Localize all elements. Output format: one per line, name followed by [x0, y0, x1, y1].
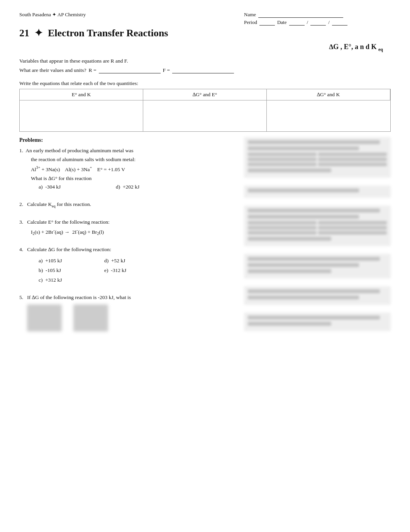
blurred-line — [248, 269, 331, 273]
blurred-line — [248, 316, 380, 320]
eq-body-1[interactable] — [20, 100, 143, 131]
problem-2-number: 2. — [19, 201, 23, 207]
blurred-line — [248, 209, 380, 212]
blurred-choice — [318, 226, 387, 229]
equations-label: Write the equations that relate each of … — [19, 80, 391, 87]
problem-4-choice-b: b) -105 kJ — [39, 266, 100, 275]
blurred-line — [248, 146, 359, 150]
equations-table: E° and K ∆G° and E° ∆G° and K — [19, 89, 391, 132]
date-field-month[interactable] — [289, 19, 305, 25]
blurred-line — [248, 168, 331, 172]
problem-4: 4. Calculate ∆G for the following reacti… — [19, 245, 236, 285]
f-label: F = — [163, 66, 170, 75]
problem-1-number: 1. — [19, 148, 23, 153]
period-date-line: Period Date / / — [244, 19, 391, 25]
f-value-field[interactable] — [172, 67, 234, 73]
name-line: Name — [244, 12, 391, 18]
eq-body-3[interactable] — [267, 100, 390, 131]
problem-5-number: 5. — [19, 294, 23, 300]
problem-4-line1: 4. Calculate ∆G for the following reacti… — [19, 245, 236, 254]
subtitle-right: ∆G , E°, a n d K eq — [19, 43, 383, 53]
right-blurred-5 — [244, 286, 391, 305]
problem-3: 3. Calculate E° for the following reacti… — [19, 218, 236, 237]
header: South Pasadena ✦ AP Chemistry Name Perio… — [19, 12, 391, 25]
main-content: Problems: 1. An early method of producin… — [19, 137, 391, 340]
blurred-choices-3 — [248, 221, 387, 235]
right-blurred-2 — [244, 185, 391, 198]
problem-5-image-1 — [27, 304, 62, 331]
name-period-area: Name Period Date / / — [244, 12, 391, 25]
blurred-choice — [318, 163, 387, 166]
title-text: Electron Transfer Reactions — [48, 27, 168, 39]
problem-4-choice-d: d) +52 kJ — [104, 257, 166, 265]
eq-header-1: E° and K — [20, 89, 143, 100]
blurred-line — [248, 257, 380, 261]
problem-1: 1. An early method of producing aluminum… — [19, 146, 236, 192]
variables-section: Variables that appear in these equations… — [19, 56, 391, 75]
problem-1-line2: the reaction of aluminum salts with sodi… — [31, 155, 236, 164]
page-title: 21 ✦ Electron Transfer Reactions — [19, 27, 391, 39]
title-number: 21 — [19, 27, 29, 39]
problem-1-choice-d: d) +202 kJ — [116, 183, 185, 192]
blurred-content-5 — [244, 286, 391, 305]
problem-5-image-2 — [73, 304, 108, 331]
date-field-day[interactable] — [310, 19, 326, 25]
problem-4-number: 4. — [19, 246, 23, 252]
problem-1-choice-a: a) -304 kJ — [39, 183, 108, 192]
blurred-content-4 — [244, 254, 391, 279]
blurred-line — [248, 263, 359, 267]
date-field-year[interactable] — [332, 19, 347, 25]
blurred-content-6 — [244, 313, 391, 331]
blurred-choice — [248, 221, 317, 224]
problem-4-choices: a) +105 kJ d) +52 kJ b) -105 kJ e) -312 … — [39, 257, 236, 285]
r-value-field[interactable] — [99, 67, 161, 73]
left-column: Problems: 1. An early method of producin… — [19, 137, 236, 340]
problem-1-line1: 1. An early method of producing aluminum… — [19, 146, 236, 155]
blurred-choice — [318, 231, 387, 235]
problem-2-sub: eq — [52, 204, 55, 208]
eq-body-2[interactable] — [143, 100, 267, 131]
problem-4-choice-e: e) -312 kJ — [104, 266, 166, 275]
variables-line: What are their values and units? R = F = — [19, 66, 391, 75]
variables-intro: Variables that appear in these equations… — [19, 56, 391, 66]
problem-1-reaction: Al3+ + 3Na(s) Al(s) + 3Na+ E° = +1.05 V — [31, 164, 236, 174]
right-blurred-6 — [244, 313, 391, 331]
subtitle-text: ∆G , E°, a n d K eq — [329, 43, 383, 51]
blurred-content-1 — [244, 137, 391, 178]
title-bullet: ✦ — [34, 27, 43, 39]
eq-header-2: ∆G° and E° — [143, 89, 267, 100]
problem-5-image-area — [27, 304, 236, 331]
problem-5-line1: 5. If ∆G of the following reaction is -2… — [19, 293, 236, 302]
r-label: R = — [89, 66, 97, 75]
variables-question: What are their values and units? — [19, 66, 86, 75]
right-column — [244, 137, 391, 340]
date-label: Date — [277, 19, 287, 25]
blurred-choice — [318, 158, 387, 161]
period-field[interactable] — [259, 19, 275, 25]
problem-4-choice-c: c) +312 kJ — [39, 276, 100, 285]
blurred-line — [248, 189, 359, 192]
blurred-choice — [248, 231, 317, 235]
name-label: Name — [244, 12, 256, 18]
problem-4-choice-a: a) +105 kJ — [39, 257, 100, 265]
blurred-choice — [318, 153, 387, 156]
blurred-line — [248, 215, 359, 219]
problem-1-question: What is ∆G° for this reaction — [31, 174, 236, 183]
equations-section: Write the equations that relate each of … — [19, 80, 391, 132]
problems-label: Problems: — [19, 137, 236, 143]
blurred-choices-1 — [248, 153, 387, 166]
blurred-choice — [248, 226, 317, 229]
problem-3-reaction: I2(s) + 2Br-(aq) → 2I-(aq) + Br2(l) — [31, 227, 236, 237]
date-separator1: / — [307, 19, 308, 25]
blurred-line — [248, 140, 380, 144]
blurred-choice — [248, 153, 317, 156]
eq-header-3: ∆G° and K — [267, 89, 390, 100]
problem-1-choices: a) -304 kJ d) +202 kJ — [39, 183, 236, 192]
right-blurred-1 — [244, 137, 391, 178]
blurred-line — [248, 296, 359, 299]
blurred-line — [248, 237, 331, 241]
subtitle-sub: eq — [378, 47, 383, 52]
blurred-line — [248, 289, 380, 293]
name-field[interactable] — [258, 12, 343, 18]
blurred-choice — [248, 163, 317, 166]
